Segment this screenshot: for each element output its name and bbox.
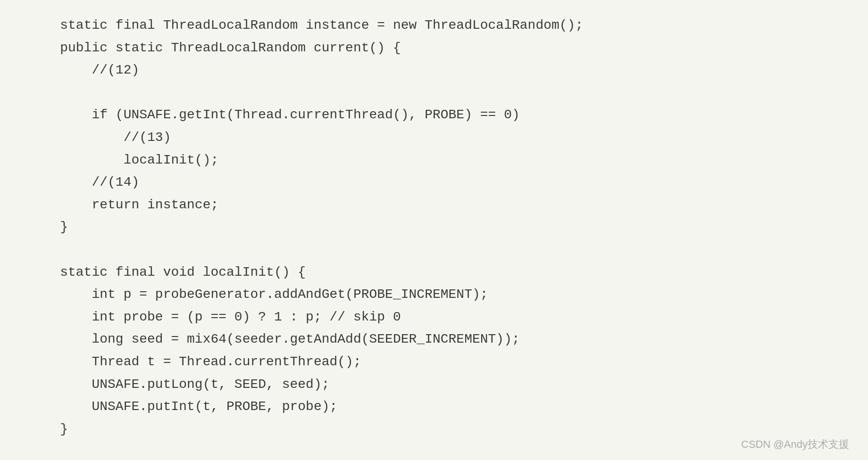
code-line: if (UNSAFE.getInt(Thread.currentThread()… bbox=[28, 104, 840, 126]
code-line: return instance; bbox=[28, 194, 840, 216]
code-line: //(14) bbox=[28, 171, 840, 194]
code-line: localInit(); bbox=[28, 149, 840, 172]
watermark: CSDN @Andy技术支援 bbox=[741, 437, 849, 452]
code-line: long seed = mix64(seeder.getAndAdd(SEEDE… bbox=[28, 328, 840, 351]
code-line: public static ThreadLocalRandom current(… bbox=[28, 37, 840, 59]
code-line: UNSAFE.putInt(t, PROBE, probe); bbox=[28, 395, 840, 418]
code-line bbox=[28, 82, 840, 104]
code-line: int p = probeGenerator.addAndGet(PROBE_I… bbox=[28, 283, 840, 306]
code-line: static final void localInit() { bbox=[28, 261, 840, 284]
code-line: } bbox=[28, 216, 840, 238]
code-line: int probe = (p == 0) ? 1 : p; // skip 0 bbox=[28, 306, 840, 329]
code-container: static final ThreadLocalRandom instance … bbox=[0, 0, 868, 460]
code-block: static final ThreadLocalRandom instance … bbox=[28, 14, 840, 440]
code-line: } bbox=[28, 418, 840, 441]
code-line: Thread t = Thread.currentThread(); bbox=[28, 351, 840, 373]
code-line: UNSAFE.putLong(t, SEED, seed); bbox=[28, 373, 840, 396]
code-line: //(12) bbox=[28, 59, 840, 82]
code-line bbox=[28, 238, 840, 261]
code-line: //(13) bbox=[28, 126, 840, 149]
code-line: static final ThreadLocalRandom instance … bbox=[28, 14, 840, 37]
